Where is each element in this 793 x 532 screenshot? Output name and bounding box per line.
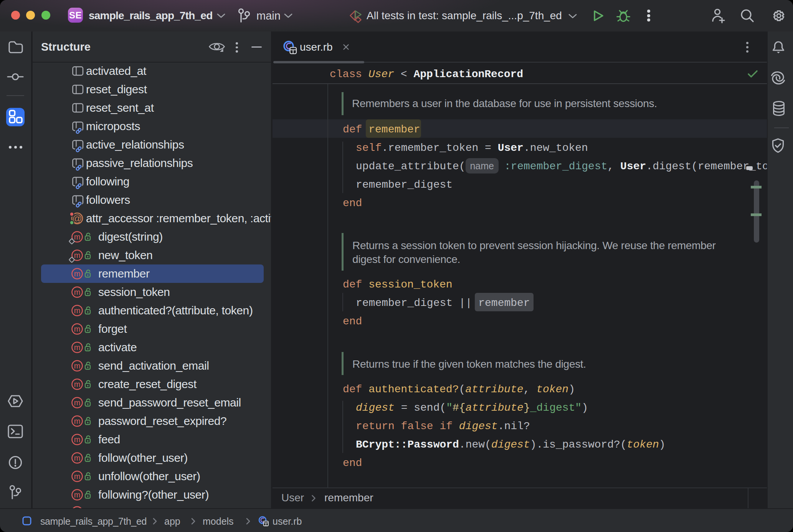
svg-text:m: m bbox=[74, 233, 81, 241]
svg-text:m: m bbox=[74, 325, 81, 333]
svg-text:m: m bbox=[74, 251, 81, 259]
svg-text:m: m bbox=[74, 343, 81, 352]
svg-text:m: m bbox=[74, 288, 81, 296]
svg-text:m: m bbox=[74, 306, 81, 315]
svg-text:m: m bbox=[74, 398, 81, 407]
svg-text:m: m bbox=[74, 362, 81, 370]
svg-text:m: m bbox=[74, 472, 81, 481]
svg-text:m: m bbox=[74, 417, 81, 425]
svg-text:m: m bbox=[74, 380, 81, 388]
svg-text:m: m bbox=[74, 435, 81, 444]
svg-text:m: m bbox=[74, 269, 81, 278]
svg-text:m: m bbox=[74, 454, 81, 462]
svg-text:m: m bbox=[74, 491, 81, 499]
